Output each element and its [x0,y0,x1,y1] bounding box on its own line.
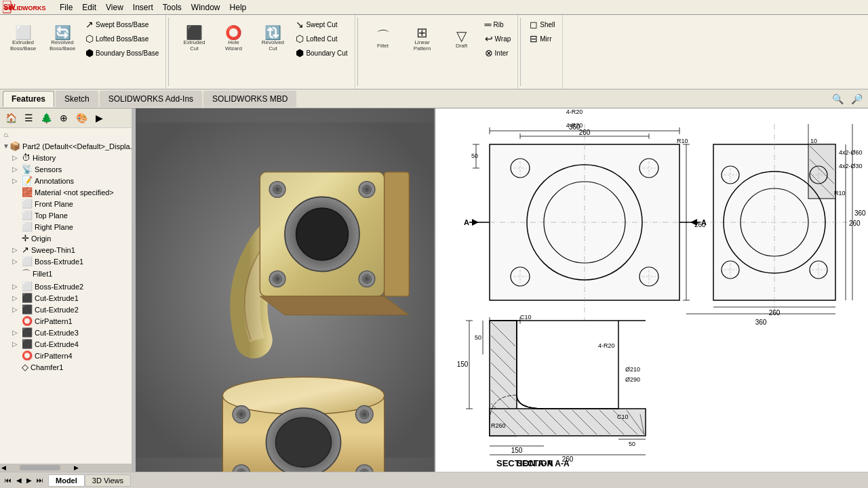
intersect-button[interactable]: ⊗ Inter [482,46,514,60]
menu-help[interactable]: Help [226,1,251,14]
tree-annotations[interactable]: ▷ 📝 Annotations [0,175,132,186]
tree-front-plane[interactable]: ⬜ Front Plane [0,198,132,209]
tree-cut-extrude2[interactable]: ▷ ⬛ Cut-Extrude2 [0,304,132,315]
tab-features[interactable]: Features [3,91,54,107]
tab-solidworks-addins[interactable]: SOLIDWORKS Add-Ins [100,91,202,107]
tree-material[interactable]: 🧱 Material <not specified> [0,186,132,198]
tab-sketch[interactable]: Sketch [56,91,98,107]
tree-chamfer1[interactable]: ◇ Chamfer1 [0,361,132,373]
toolbar-shell: ◻ Shell ⊟ Mirr [523,15,562,89]
fillet-button[interactable]: ⌒ Fillet [364,23,402,54]
front-plane-icon: ⬜ [22,199,33,209]
swept-cut-button[interactable]: ↘ Swept Cut [293,18,350,31]
menu-edit[interactable]: Edit [78,1,100,14]
tree-right-plane[interactable]: ⬜ Right Plane [0,221,132,232]
fillet1-icon: ⌒ [22,268,31,280]
tree-fillet1[interactable]: ⌒ Fillet1 [0,267,132,281]
svg-point-20 [273,185,282,194]
extruded-boss-icon: ⬜ [15,26,32,39]
expand-history-icon: ▷ [12,154,22,161]
tree-sweep-thin1[interactable]: ▷ ↗ Sweep-Thin1 [0,244,132,256]
scroll-thumb[interactable] [20,465,60,470]
tree-top-plane[interactable]: ⬜ Top Plane [0,209,132,221]
tree-history[interactable]: ▷ ⏱ History [0,152,132,163]
extruded-boss-base-button[interactable]: ⬜ ExtrudedBoss/Base [4,23,42,54]
tree-cut-extrude4[interactable]: ▷ ⬛ Cut-Extrude4 [0,338,132,350]
mirror-button[interactable]: ⊟ Mirr [527,32,557,45]
model-3d-view[interactable] [136,108,434,472]
nav-prev-button[interactable]: ◀ [14,476,24,485]
draft-button[interactable]: ▽ Draft [443,23,481,54]
menu-insert[interactable]: Insert [129,1,157,14]
scroll-right-btn[interactable]: ▶ [74,464,79,471]
tree-boss-extrude2[interactable]: ▷ ⬜ Boss-Extrude2 [0,281,132,292]
expand-sensors-icon: ▷ [12,165,22,173]
extruded-cut-button[interactable]: ⬛ ExtrudedCut [175,23,213,54]
menu-file[interactable]: File [56,1,77,14]
tree-cir-pattern1[interactable]: ⭕ CirPattern1 [0,315,132,327]
sidebar-scrollbar[interactable]: ◀ ▶ [0,464,132,472]
annotations-label: Annotations [35,177,74,185]
revolved-boss-base-button[interactable]: 🔄 RevolvedBoss/Base [43,23,81,54]
search-features-icon[interactable]: 🔍 [829,92,846,106]
sidebar-expand-button[interactable]: ▶ [91,110,107,125]
tree-boss-extrude1[interactable]: ▷ ⬜ Boss-Extrude1 [0,256,132,267]
draft-icon: ▽ [456,29,467,43]
menu-view[interactable]: View [102,1,127,14]
menu-window[interactable]: Window [187,1,224,14]
expand-boss2-icon: ▷ [12,283,22,290]
tree-cir-pattern4[interactable]: ⭕ CirPattern4 [0,350,132,361]
chamfer1-icon: ◇ [22,362,28,372]
sidebar-appearance-button[interactable]: 🎨 [73,110,90,125]
shell-button[interactable]: ◻ Shell [527,18,557,31]
rib-button[interactable]: ═ Rib [482,18,514,31]
revolved-boss-label: RevolvedBoss/Base [50,39,75,52]
menu-tools[interactable]: Tools [159,1,186,14]
divider-1 [168,18,169,86]
tree-cut-extrude1[interactable]: ▷ ⬛ Cut-Extrude1 [0,292,132,304]
menu-items-group: File Edit View Insert Tools Window Help [56,1,250,14]
bottom-tab-model[interactable]: Model [48,474,85,487]
tree-part2[interactable]: ▼ 📦 Part2 (Default<<Default>_Displa... [0,140,132,152]
nav-next-button[interactable]: ▶ [24,476,34,485]
sidebar-properties-button[interactable]: ⊕ [56,110,72,125]
shell-label: Shell [540,21,555,28]
lofted-boss-base-button[interactable]: ⬡ Lofted Boss/Base [83,32,161,45]
revolved-cut-button[interactable]: 🔃 RevolvedCut [254,23,292,54]
menu-bar: SOLID WORKS SW File Edit View Insert Too… [0,0,868,15]
svg-text:50: 50 [629,441,635,447]
lofted-cut-button[interactable]: ⬡ Lofted Cut [293,32,350,45]
tree-cut-extrude3[interactable]: ▷ ⬛ Cut-Extrude3 [0,327,132,338]
swept-boss-base-button[interactable]: ↗ Swept Boss/Base [83,18,161,31]
hole-wizard-icon: ⭕ [225,26,242,39]
linear-pattern-label: LinearPattern [414,39,431,52]
svg-text:50: 50 [475,334,481,341]
sidebar-list-button[interactable]: ☰ [20,110,37,125]
boundary-boss-base-button[interactable]: ⬢ Boundary Boss/Base [83,46,161,60]
boundary-cut-button[interactable]: ⬢ Boundary Cut [293,46,350,60]
expand-sweep-icon: ▷ [12,246,22,253]
svg-text:Ø290: Ø290 [625,376,640,383]
cut1-icon: ⬛ [22,293,33,303]
nav-first-button[interactable]: ⏮ [3,476,14,485]
tree-origin[interactable]: ✛ Origin [0,232,132,244]
cut1-label: Cut-Extrude1 [35,294,79,302]
nav-last-button[interactable]: ⏭ [35,476,45,485]
tree-sensors[interactable]: ▷ 📡 Sensors [0,163,132,175]
sidebar-tree-button[interactable]: 🌲 [38,110,54,125]
hole-wizard-button[interactable]: ⭕ HoleWizard [214,23,252,54]
bottom-tab-3dviews[interactable]: 3D Views [85,474,131,487]
sidebar-home-button[interactable]: 🏠 [3,110,19,125]
svg-text:260: 260 [694,221,706,228]
svg-point-26 [363,274,372,283]
fillet-label: Fillet [377,43,389,49]
wrap-button[interactable]: ↩ Wrap [482,32,514,45]
extruded-cut-label: ExtrudedCut [183,39,205,52]
svg-text:150: 150 [457,361,469,368]
mirror-label: Mirr [540,35,551,43]
tab-solidworks-mbd[interactable]: SOLIDWORKS MBD [203,91,296,107]
main-area: 🏠 ☰ 🌲 ⊕ 🎨 ▶ ⏢ ▼ 📦 Part2 (Default<<Defaul… [0,108,868,472]
linear-pattern-button[interactable]: ⊞ LinearPattern [403,23,441,54]
scroll-left-btn[interactable]: ◀ [1,464,6,471]
search-commands-icon[interactable]: 🔎 [848,92,865,106]
